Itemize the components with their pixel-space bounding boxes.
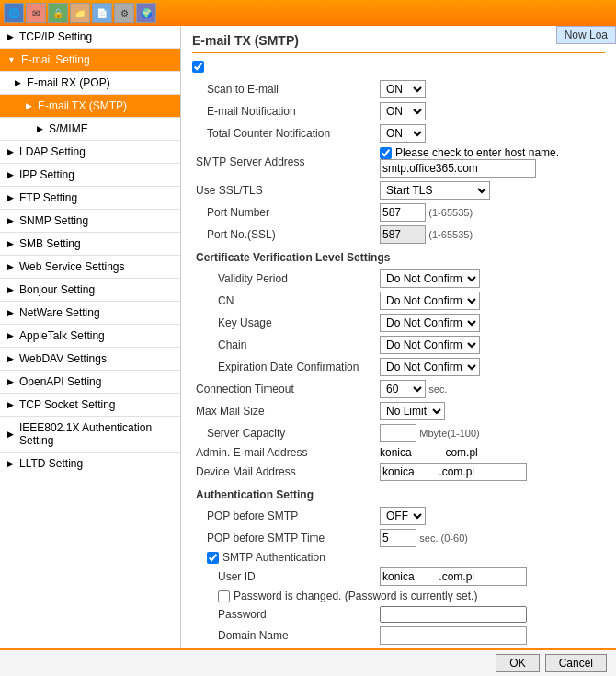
sidebar-item-ipp[interactable]: ▶ IPP Setting: [0, 164, 180, 187]
page-title: E-mail TX (SMTP): [192, 33, 605, 53]
icon-world[interactable]: 🌍: [136, 3, 156, 23]
total-counter-select[interactable]: ONOFF: [380, 124, 426, 143]
email-notification-row: E-mail Notification ONOFF: [192, 100, 605, 122]
domain-name-cell: [376, 624, 595, 647]
max-mail-size-label: Max Mail Size: [192, 400, 376, 422]
expiration-label: Expiration Date Confirmation: [192, 356, 376, 378]
icon-settings[interactable]: ⚙: [114, 3, 134, 23]
smtp-auth-cell: SMTP Authentication: [192, 549, 595, 566]
email-tx-checkbox[interactable]: [192, 61, 204, 73]
port-number-input[interactable]: [380, 203, 426, 222]
sidebar-item-openapi[interactable]: ▶ OpenAPI Setting: [0, 371, 180, 394]
user-id-label: User ID: [192, 566, 376, 588]
smtp-hostname-hint: Please check to enter host name.: [395, 146, 559, 159]
arrow-icon: ▶: [15, 78, 21, 87]
password-changed-checkbox[interactable]: [218, 590, 230, 602]
arrow-icon: ▶: [7, 331, 14, 340]
sidebar-item-tcpsocket[interactable]: ▶ TCP Socket Setting: [0, 394, 180, 417]
admin-email-label: Admin. E-mail Address: [192, 444, 376, 461]
ssl-tls-label: Use SSL/TLS: [192, 179, 376, 201]
server-capacity-label: Server Capacity: [192, 422, 376, 444]
pop-before-smtp-select[interactable]: OFFON: [380, 507, 426, 525]
connection-timeout-select[interactable]: 60: [380, 380, 426, 398]
key-usage-select[interactable]: Do Not ConfirmConfirm: [380, 314, 480, 332]
pop-smtp-time-hint: sec. (0-60): [419, 533, 468, 544]
icon-lock[interactable]: 🔒: [48, 3, 68, 23]
validity-period-label: Validity Period: [192, 268, 376, 290]
icon-folder[interactable]: 📁: [70, 3, 90, 23]
port-number-hint: (1-65535): [428, 207, 473, 218]
arrow-icon: ▶: [7, 239, 14, 248]
ssl-tls-select[interactable]: Start TLSSSLNone: [380, 181, 490, 200]
ok-button[interactable]: OK: [496, 654, 539, 672]
key-usage-cell: Do Not ConfirmConfirm: [376, 312, 595, 334]
scan-to-email-select[interactable]: ONOFF: [380, 80, 426, 98]
password-changed-row: Password is changed. (Password is curren…: [192, 588, 605, 604]
arrow-icon: ▶: [37, 124, 43, 133]
password-row: Password: [192, 604, 605, 624]
validity-period-row: Validity Period Do Not ConfirmConfirm: [192, 268, 605, 290]
sidebar-item-webservice[interactable]: ▶ Web Service Settings: [0, 256, 180, 279]
port-ssl-hint: (1-65535): [428, 229, 473, 240]
ssl-tls-cell: Start TLSSSLNone: [376, 179, 595, 201]
cn-cell: Do Not ConfirmConfirm: [376, 290, 595, 312]
arrow-icon: ▶: [7, 193, 14, 202]
smtp-server-input[interactable]: [380, 159, 536, 178]
icon-scan[interactable]: 📄: [92, 3, 112, 23]
smtp-hostname-checkbox[interactable]: [380, 147, 392, 159]
cancel-button[interactable]: Cancel: [545, 654, 607, 672]
cert-section-header-row: Certificate Verification Level Settings: [192, 246, 605, 268]
cn-select[interactable]: Do Not ConfirmConfirm: [380, 292, 480, 310]
validity-period-cell: Do Not ConfirmConfirm: [376, 268, 595, 290]
bottom-bar: OK Cancel: [0, 648, 616, 676]
pop-smtp-time-input[interactable]: [380, 529, 416, 547]
now-loading-badge: Now Loa: [556, 26, 616, 44]
sidebar-item-email-rx[interactable]: ▶ E-mail RX (POP): [0, 72, 180, 95]
domain-name-input[interactable]: [380, 626, 527, 645]
sidebar-item-bonjour[interactable]: ▶ Bonjour Setting: [0, 279, 180, 302]
icon-email[interactable]: ✉: [26, 3, 46, 23]
icon-network[interactable]: 🌐: [4, 3, 24, 23]
settings-table: Scan to E-mail ONOFF E-mail Notification…: [192, 78, 605, 648]
sidebar-item-ieee8021x[interactable]: ▶ IEEE802.1X Authentication Setting: [0, 417, 180, 453]
pop-before-smtp-cell: OFFON: [376, 505, 595, 527]
sidebar-item-smb[interactable]: ▶ SMB Setting: [0, 233, 180, 256]
arrow-icon: ▶: [7, 400, 14, 409]
password-changed-label: Password is changed. (Password is curren…: [234, 590, 477, 602]
email-notification-select[interactable]: ONOFF: [380, 102, 426, 120]
sidebar-item-netware[interactable]: ▶ NetWare Setting: [0, 302, 180, 325]
sidebar-item-ftp[interactable]: ▶ FTP Setting: [0, 187, 180, 210]
cert-section-header: Certificate Verification Level Settings: [192, 246, 605, 268]
ssl-tls-row: Use SSL/TLS Start TLSSSLNone: [192, 179, 605, 201]
user-id-input[interactable]: [380, 567, 527, 586]
validity-period-select[interactable]: Do Not ConfirmConfirm: [380, 269, 480, 288]
arrow-icon: ▶: [7, 285, 14, 294]
sidebar-item-snmp[interactable]: ▶ SNMP Setting: [0, 210, 180, 233]
port-number-row: Port Number (1-65535): [192, 201, 605, 223]
sidebar-item-webdav[interactable]: ▶ WebDAV Settings: [0, 348, 180, 371]
sidebar-item-tcpip[interactable]: ▶ TCP/IP Setting: [0, 26, 180, 49]
max-mail-size-select[interactable]: No Limit: [380, 402, 445, 420]
sidebar-item-appletalk[interactable]: ▶ AppleTalk Setting: [0, 325, 180, 348]
smtp-auth-checkbox[interactable]: [207, 552, 219, 564]
scan-to-email-row: Scan to E-mail ONOFF: [192, 78, 605, 100]
port-ssl-input[interactable]: [380, 225, 426, 244]
smtp-server-cell: Please check to enter host name.: [376, 144, 605, 179]
chain-select[interactable]: Do Not ConfirmConfirm: [380, 336, 480, 354]
expiration-select[interactable]: Do Not ConfirmConfirm: [380, 358, 480, 376]
sidebar-item-email-tx[interactable]: ▶ E-mail TX (SMTP): [0, 95, 180, 118]
expiration-row: Expiration Date Confirmation Do Not Conf…: [192, 356, 605, 378]
sidebar-item-lltd[interactable]: ▶ LLTD Setting: [0, 453, 180, 475]
sidebar-item-email[interactable]: ▼ E-mail Setting: [0, 49, 180, 72]
cn-row: CN Do Not ConfirmConfirm: [192, 290, 605, 312]
admin-email-value2: com.pl: [445, 446, 477, 459]
arrow-icon: ▼: [7, 55, 16, 64]
admin-email-value1: konica: [380, 446, 412, 459]
sidebar-item-ldap[interactable]: ▶ LDAP Setting: [0, 141, 180, 164]
device-mail-input[interactable]: [380, 463, 527, 481]
arrow-icon: ▶: [7, 32, 14, 41]
password-input[interactable]: [380, 606, 527, 623]
server-capacity-input[interactable]: [380, 424, 416, 442]
arrow-icon: ▶: [7, 430, 14, 439]
sidebar-item-smime[interactable]: ▶ S/MIME: [0, 118, 180, 141]
